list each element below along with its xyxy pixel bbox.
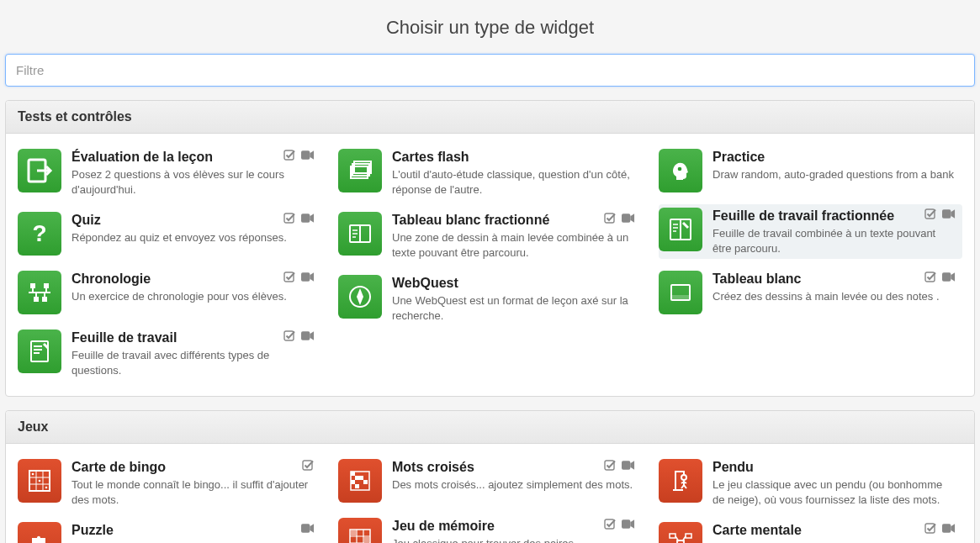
widget-title: Feuille de travail fractionnée	[712, 208, 957, 224]
widget-badges	[603, 212, 635, 224]
widget-card[interactable]: Tableau blancCréez des dessins à main le…	[659, 267, 962, 318]
check-icon	[924, 522, 937, 534]
svg-rect-5	[301, 214, 310, 222]
widget-card[interactable]: Feuille de travail fractionnéeFeuille de…	[659, 204, 962, 259]
flashcards-icon	[338, 149, 382, 192]
widget-card[interactable]: PracticeDraw random, auto-graded questio…	[659, 145, 962, 196]
widget-card[interactable]: Tableau blanc fractionnéUne zone de dess…	[338, 208, 642, 263]
widget-badges	[603, 459, 635, 471]
worksheet-icon	[18, 329, 61, 373]
widget-desc: Un exercice de chronologie pour vos élèv…	[72, 289, 316, 304]
widget-card[interactable]: WebQuestUne WebQuest est un format de le…	[338, 272, 642, 326]
widget-title: Pendu	[712, 459, 957, 476]
svg-rect-44	[363, 480, 368, 484]
svg-rect-41	[351, 480, 355, 484]
widget-desc: Tout le monde connaît le bingo... il suf…	[72, 477, 316, 507]
compass-icon	[338, 275, 382, 319]
svg-rect-6	[30, 283, 35, 288]
widget-desc: Une WebQuest est un format de leçon axé …	[392, 293, 637, 323]
svg-rect-20	[605, 214, 614, 223]
widget-card[interactable]: Mots croisésDes mots croisés... ajoutez …	[338, 456, 642, 506]
svg-rect-14	[301, 331, 310, 340]
widget-desc: Jeu classique pour trouver des paires co…	[392, 536, 637, 543]
widget-card[interactable]: Carte mentaleDessinez une carte mentale.	[659, 519, 962, 543]
svg-rect-46	[622, 461, 630, 469]
check-icon	[283, 212, 296, 224]
widget-badges	[283, 149, 315, 161]
question-icon: ?	[18, 212, 61, 256]
svg-rect-26	[925, 209, 935, 219]
check-icon	[924, 208, 937, 219]
svg-rect-42	[359, 476, 363, 480]
svg-rect-40	[355, 476, 359, 480]
widget-desc: Le jeu classique avec un pendu (ou bonho…	[712, 477, 957, 507]
svg-rect-31	[942, 272, 951, 281]
widget-desc: L'outil d'auto-étude classique, question…	[392, 167, 637, 197]
svg-rect-7	[44, 283, 49, 288]
widget-desc: Créez des dessins à main levée ou des no…	[712, 289, 957, 304]
widget-badges	[924, 522, 956, 534]
svg-rect-8	[34, 297, 39, 302]
svg-point-52	[681, 475, 686, 480]
widget-card[interactable]: ChronologieUn exercice de chronologie po…	[18, 267, 321, 318]
widget-desc: Répondez au quiz et envoyez vos réponses…	[72, 230, 316, 245]
svg-rect-10	[284, 272, 294, 282]
section-title: Tests et contrôles	[6, 101, 974, 134]
widget-desc: Des mots croisés... ajoutez simplement d…	[392, 477, 637, 493]
widget-section: JeuxCarte de bingoTout le monde connaît …	[5, 410, 975, 543]
splitboard-icon	[338, 212, 382, 256]
video-icon	[301, 271, 315, 282]
crossword-icon	[338, 459, 382, 503]
widget-title: Tableau blanc	[712, 271, 957, 287]
widget-card[interactable]: Cartes flashL'outil d'auto-étude classiq…	[338, 145, 642, 200]
svg-point-33	[32, 473, 34, 476]
video-icon	[301, 522, 315, 534]
svg-rect-58	[925, 524, 935, 533]
video-icon	[301, 149, 315, 161]
check-icon	[603, 459, 617, 471]
splitworksheet-icon	[659, 208, 702, 251]
widget-badges	[924, 271, 956, 282]
widget-card[interactable]: PenduLe jeu classique avec un pendu (ou …	[659, 456, 962, 510]
widget-badges	[924, 208, 956, 219]
head-icon	[659, 149, 702, 192]
widget-desc: Une zone de dessin à main levée combinée…	[392, 230, 637, 260]
svg-rect-21	[622, 214, 630, 222]
video-icon	[942, 522, 956, 534]
svg-rect-11	[301, 272, 310, 281]
widget-card[interactable]: ?QuizRépondez au quiz et envoyez vos rép…	[18, 208, 321, 259]
widget-title: Tableau blanc fractionné	[392, 212, 637, 229]
widget-card[interactable]: PuzzleUn puzzle classique	[18, 519, 321, 543]
exit-icon	[18, 149, 61, 192]
widget-badges	[283, 329, 315, 341]
filter-input[interactable]	[5, 54, 975, 87]
widget-title: WebQuest	[392, 275, 637, 292]
widget-card[interactable]: Carte de bingoTout le monde connaît le b…	[18, 456, 321, 510]
widget-desc: Draw random, auto-graded questions from …	[712, 167, 957, 182]
widget-title: Puzzle	[72, 522, 316, 539]
svg-point-23	[678, 167, 682, 171]
video-icon	[622, 212, 635, 224]
widget-section: Tests et contrôlesÉvaluation de la leçon…	[5, 100, 975, 397]
svg-text:?: ?	[32, 220, 46, 246]
widget-card[interactable]: Évaluation de la leçonPosez 2 questions …	[18, 145, 321, 200]
timeline-icon	[18, 271, 61, 314]
check-icon	[924, 271, 937, 282]
page-title: Choisir un type de widget	[5, 5, 975, 54]
section-title: Jeux	[6, 411, 974, 444]
widget-badges	[301, 459, 315, 471]
widget-card[interactable]: Feuille de travailFeuille de travail ave…	[18, 326, 321, 381]
widget-card[interactable]: Jeu de mémoireJeu classique pour trouver…	[338, 514, 642, 543]
video-icon	[622, 459, 635, 471]
widget-badges	[603, 518, 635, 530]
widget-title: Jeu de mémoire	[392, 518, 637, 535]
svg-rect-29	[671, 295, 690, 300]
svg-rect-30	[925, 272, 935, 282]
check-icon	[283, 271, 296, 282]
check-icon	[283, 149, 296, 161]
widget-title: Practice	[712, 149, 957, 166]
widget-title: Feuille de travail	[72, 329, 316, 346]
svg-rect-39	[351, 472, 355, 476]
svg-rect-50	[605, 519, 614, 529]
widget-title: Mots croisés	[392, 459, 637, 476]
